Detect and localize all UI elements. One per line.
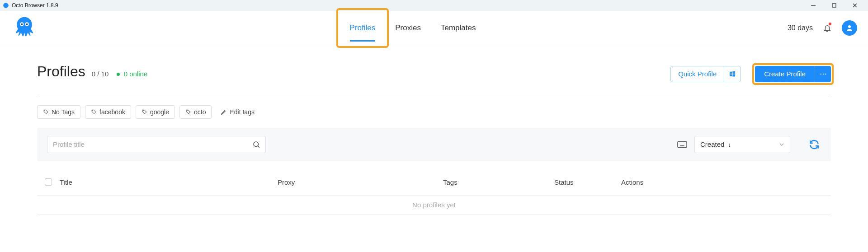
tag-chip-facebook[interactable]: facebook [85,105,131,119]
create-profile-button[interactable]: Create Profile [755,66,815,82]
tag-chip-label: octo [194,108,206,116]
col-title[interactable]: Title [60,178,278,186]
nav-tab-templates[interactable]: Templates [431,11,486,45]
svg-point-8 [26,23,28,25]
svg-point-0 [3,3,9,8]
search-input[interactable] [47,136,266,153]
logo [11,14,38,42]
nav-tab-proxies[interactable]: Proxies [385,11,431,45]
svg-rect-2 [832,4,836,7]
app-icon [3,2,9,9]
search-wrap [47,136,266,153]
close-button[interactable] [844,0,865,11]
nav-tab-label: Profiles [350,23,376,33]
svg-point-20 [187,111,188,111]
svg-rect-11 [732,71,735,74]
search-icon [252,140,260,149]
tag-chip-label: facebook [99,108,125,116]
svg-point-19 [143,111,143,111]
main-content: Profiles 0 / 10 0 online Quick Profile C… [0,45,868,215]
chevron-down-icon [779,142,784,147]
filter-bar: Created ↓ [37,128,831,161]
sort-select[interactable]: Created ↓ [694,136,790,153]
svg-point-17 [45,111,45,111]
select-all-checkbox[interactable] [45,178,52,186]
page-title: Profiles [37,63,85,80]
online-dot-icon [117,73,120,76]
empty-state: No profiles yet [37,196,831,215]
col-actions[interactable]: Actions [621,178,831,186]
online-indicator: 0 online [115,70,147,78]
svg-point-9 [848,25,851,28]
quick-profile-os-button[interactable] [724,66,741,82]
svg-line-22 [258,146,259,147]
edit-tags-button[interactable]: Edit tags [216,105,259,119]
tag-chip-label: No Tags [52,108,75,116]
trial-days[interactable]: 30 days [788,24,813,32]
online-count: 0 online [124,70,148,78]
edit-tags-label: Edit tags [230,108,254,116]
tag-chip-no-tags[interactable]: No Tags [37,105,80,119]
notifications-icon[interactable] [823,23,832,33]
keyboard-icon[interactable] [677,141,687,148]
svg-point-21 [254,142,259,147]
profile-count: 0 / 10 [92,70,109,78]
table-header: Title Proxy Tags Status Actions [37,169,831,196]
svg-rect-12 [730,74,732,76]
maximize-button[interactable] [824,0,844,11]
nav-tab-label: Templates [441,23,476,33]
quick-profile-group: Quick Profile [670,66,741,82]
create-profile-group: Create Profile [755,66,831,82]
svg-point-7 [21,23,23,25]
col-tags[interactable]: Tags [443,178,554,186]
title-bar: Octo Browser 1.8.9 [0,0,868,11]
tag-chip-label: google [150,108,169,116]
refresh-button[interactable] [807,138,821,151]
svg-point-14 [820,73,821,74]
nav-tab-label: Proxies [395,23,421,33]
svg-rect-10 [730,71,732,73]
notification-dot [829,23,831,25]
svg-rect-23 [678,141,687,147]
quick-profile-button[interactable]: Quick Profile [670,66,724,82]
header-right: 30 days [788,20,857,36]
main-nav: Profiles Proxies Templates [38,11,788,45]
app-header: Profiles Proxies Templates 30 days [0,11,868,45]
col-proxy[interactable]: Proxy [278,178,443,186]
tag-chip-octo[interactable]: octo [179,105,212,119]
create-profile-more-button[interactable] [815,66,831,82]
col-status[interactable]: Status [554,178,621,186]
svg-point-16 [825,73,826,74]
svg-point-18 [93,111,93,111]
tags-row: No Tags facebook google octo Edit tags [37,105,831,119]
nav-tab-profiles[interactable]: Profiles [340,11,386,45]
page-heading-row: Profiles 0 / 10 0 online Quick Profile C… [37,63,831,95]
svg-rect-13 [732,74,735,76]
tag-chip-google[interactable]: google [136,105,175,119]
svg-point-15 [822,73,823,74]
sort-label: Created [700,140,724,148]
minimize-button[interactable] [803,0,824,11]
window-title: Octo Browser 1.8.9 [12,2,58,9]
sort-direction-icon: ↓ [728,141,731,148]
avatar[interactable] [842,20,857,36]
